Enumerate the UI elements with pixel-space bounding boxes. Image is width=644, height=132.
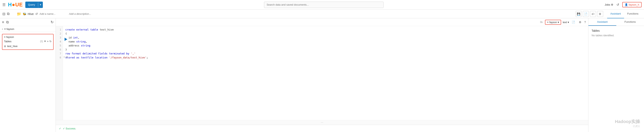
run-button[interactable] [64, 38, 67, 41]
files-icon[interactable]: ⧉ [7, 12, 10, 16]
checkmark-icon: ✓ [59, 127, 61, 130]
db-selector-icon: ≡ [547, 21, 548, 24]
type-selector[interactable]: text ▾ [563, 21, 569, 24]
file-icon-btn[interactable]: 📄 [571, 20, 576, 25]
left-sidebar: ≡ ⧉ ↻ ‹ ≡ fayson ≡ fayson Tables (1) ▼ [0, 18, 56, 132]
hive-text: Hive [28, 12, 34, 16]
sub-toolbar-right: 💾 📄 🏷 ⚙ [576, 11, 603, 17]
navbar: ☰ H●UE Query ▾ Jobs ⚙ ↺ 👤 fayson_h [0, 0, 644, 10]
ln-1: 1 [58, 28, 61, 32]
hamburger-icon[interactable]: ☰ [2, 2, 6, 7]
name-input[interactable] [40, 12, 67, 15]
center-panel: 0s ≡ fayson ▾ text ▾ 📄 ⚙ ? 1 2 3 4 5 6 [56, 18, 588, 132]
resize-dots: ··· [320, 121, 323, 124]
db-selector-name: fayson [549, 21, 557, 24]
search-input[interactable] [264, 2, 384, 8]
settings-button[interactable]: ⚙ [597, 11, 603, 17]
sidebar-content: ≡ fayson Tables (1) ▼ + ↻ ⊞ test_hive [0, 32, 56, 54]
rp-tab-functions[interactable]: Functions [616, 18, 644, 26]
desc-input[interactable] [69, 12, 105, 15]
ln-5: 5 [58, 44, 61, 48]
add-table-icon[interactable]: + [47, 40, 48, 43]
jobs-link[interactable]: Jobs ⚙ [605, 3, 613, 6]
timer-label: 0s [540, 21, 543, 24]
folder-icon[interactable]: 📁 [17, 12, 21, 16]
ln-2: 2 [58, 32, 61, 36]
hive-label: 🐝 Hive [23, 12, 34, 16]
copy-icon[interactable]: ⧉ [6, 20, 9, 24]
rp-tables-title: Tables [592, 29, 641, 32]
search-container [45, 2, 602, 8]
main-layout: ≡ ⧉ ↻ ‹ ≡ fayson ≡ fayson Tables (1) ▼ [0, 18, 644, 132]
filter-icon[interactable]: ▼ [44, 40, 46, 43]
code-line-3: id int, [65, 36, 586, 40]
ln-8: 8 [58, 56, 61, 60]
code-line-8: stored as textfile location '/fayson_dat… [65, 56, 586, 60]
new-button[interactable]: 📄 [583, 11, 589, 17]
ln-4: 4 [58, 40, 61, 44]
stack-icon[interactable]: ≡ [2, 20, 4, 24]
user-label: fayson_h [629, 3, 639, 6]
logo: H●UE [8, 2, 23, 8]
user-icon: 👤 [625, 3, 628, 6]
line8-annotation: □ ▶ [64, 56, 68, 58]
fayson-db-name: fayson [6, 36, 14, 38]
sub-toolbar: ⊟ ⧉ 📁 🐝 Hive ↺ 💾 📄 🏷 ⚙ Assistant Functio… [0, 10, 644, 18]
query-button-group: Query ▾ [25, 2, 43, 8]
resize-handle[interactable]: ··· [56, 120, 588, 125]
editor-toolbar: 0s ≡ fayson ▾ text ▾ 📄 ⚙ ? [56, 18, 588, 26]
reload-icon[interactable]: ↻ [50, 40, 52, 43]
db-selector-arrow: ▾ [558, 21, 559, 24]
db-selector[interactable]: ≡ fayson ▾ [545, 20, 561, 25]
hive-bee-icon: 🐝 [23, 12, 26, 16]
right-panel: Assistant Functions Tables No tables ide… [588, 18, 644, 132]
tab-assistant[interactable]: Assistant [607, 10, 624, 18]
db-icon: ≡ [4, 27, 6, 30]
sidebar-icons: ≡ ⧉ ↻ [0, 18, 56, 26]
back-icon[interactable]: ‹ [2, 27, 3, 30]
search-bar [264, 2, 384, 8]
code-line-1: create external table test_hive [65, 28, 586, 32]
right-panel-tabs: Assistant Functions [588, 18, 644, 26]
query-button[interactable]: Query [25, 2, 38, 8]
tables-actions: (1) ▼ + ↻ [40, 40, 52, 43]
rp-tab-assistant[interactable]: Assistant [588, 18, 616, 26]
table-icon: ⊞ [4, 45, 6, 48]
tables-label: Tables [4, 40, 12, 43]
ln-6: 6 [58, 48, 61, 52]
tab-functions[interactable]: Functions [624, 10, 642, 18]
nav-right: Jobs ⚙ ↺ 👤 fayson_h [605, 2, 642, 8]
save-button[interactable]: 💾 [576, 11, 582, 17]
query-dropdown-button[interactable]: ▾ [38, 2, 43, 8]
code-line-6: ) [65, 48, 586, 52]
settings-icon-btn[interactable]: ⚙ [578, 20, 583, 25]
sub-undo-icon[interactable]: ↺ [35, 12, 38, 16]
code-line-2: ( [65, 32, 586, 36]
jobs-icon: ⚙ [611, 3, 613, 6]
help-btn[interactable]: ? [584, 20, 586, 24]
tables-header: Tables (1) ▼ + ↻ [4, 40, 52, 43]
fayson-row: ≡ fayson [4, 36, 52, 38]
tag-button[interactable]: 🏷 [590, 11, 596, 17]
query-dropdown-arrow: ▾ [40, 3, 41, 6]
result-text: ✓ Success. [63, 127, 76, 130]
undo-icon[interactable]: ↺ [616, 3, 619, 6]
layers-icon[interactable]: ⊟ [2, 12, 6, 16]
user-button[interactable]: 👤 fayson_h [622, 2, 642, 8]
sub-toolbar-left: ⊟ ⧉ 📁 🐝 Hive ↺ [2, 12, 105, 16]
table-name: test_hive [7, 45, 18, 48]
right-tabs: Assistant Functions [607, 10, 642, 18]
query-button-label: Query [25, 3, 38, 6]
ln-7: 7 [58, 52, 61, 56]
code-line-4: name string, [65, 40, 586, 44]
type-label: text [563, 21, 567, 24]
code-content[interactable]: create external table test_hive ( id int… [63, 26, 588, 120]
fayson-db-icon: ≡ [4, 36, 6, 38]
table-item[interactable]: ⊞ test_hive [4, 44, 52, 48]
code-line-5: address string [65, 44, 586, 48]
code-annotations: □ ▶ [64, 56, 68, 58]
fayson-box: ≡ fayson Tables (1) ▼ + ↻ ⊞ test_hive [2, 34, 54, 50]
refresh-icon[interactable]: ↻ [50, 20, 54, 24]
ln-3: 3 [58, 36, 61, 40]
result-panel: ✓ ✓ Success. [56, 125, 588, 132]
